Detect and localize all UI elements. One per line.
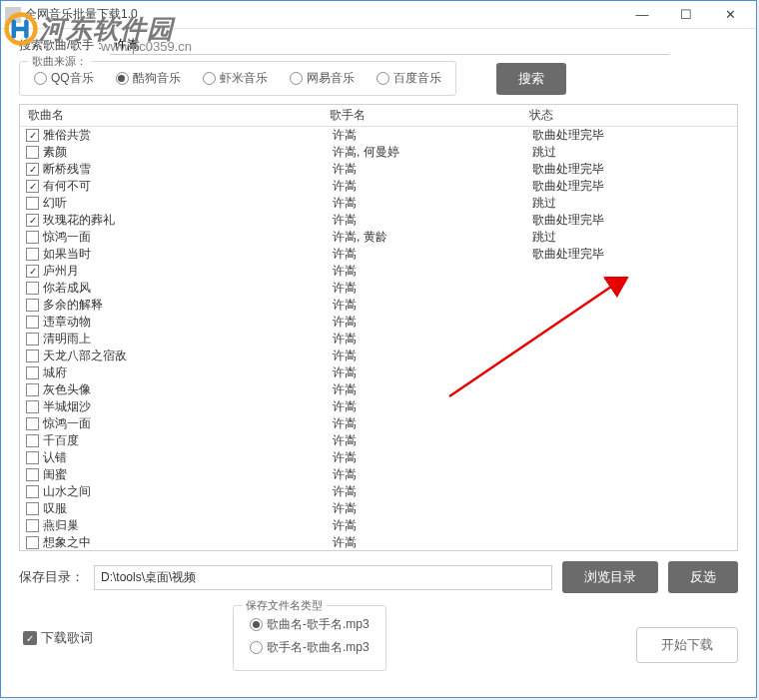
cell-singer: 许嵩 — [333, 534, 532, 551]
cell-name: 多余的解释 — [43, 297, 333, 314]
radio-icon — [34, 72, 47, 85]
column-status: 状态 — [529, 107, 737, 124]
row-checkbox[interactable] — [26, 434, 39, 447]
cell-name: 天龙八部之宿敌 — [43, 348, 333, 364]
source-label: 歌曲来源： — [28, 54, 91, 69]
cell-name: 认错 — [43, 449, 333, 466]
row-checkbox[interactable] — [26, 197, 39, 210]
row-checkbox[interactable] — [26, 146, 39, 159]
table-row[interactable]: 如果当时许嵩歌曲处理完毕 — [20, 246, 737, 263]
source-radio-4[interactable]: 百度音乐 — [377, 70, 441, 87]
cell-name: 燕归巢 — [43, 517, 333, 534]
search-button[interactable]: 搜索 — [496, 63, 566, 95]
cell-singer: 许嵩 — [333, 178, 532, 195]
cell-status: 歌曲处理完毕 — [532, 161, 737, 178]
source-radio-2[interactable]: 虾米音乐 — [203, 70, 268, 87]
table-row[interactable]: 惊鸿一面许嵩 — [20, 415, 737, 432]
table-row[interactable]: 断桥残雪许嵩歌曲处理完毕 — [20, 161, 737, 178]
radio-icon — [290, 72, 303, 85]
start-download-button[interactable]: 开始下载 — [636, 627, 738, 663]
table-row[interactable]: 叹服许嵩 — [20, 500, 737, 517]
table-row[interactable]: 你若成风许嵩 — [20, 280, 737, 297]
cell-status: 跳过 — [532, 144, 737, 161]
radio-icon — [250, 618, 263, 631]
cell-status: 歌曲处理完毕 — [532, 246, 737, 263]
cell-singer: 许嵩 — [333, 432, 532, 449]
invert-button[interactable]: 反选 — [668, 561, 738, 593]
filename-radio-0[interactable]: 歌曲名-歌手名.mp3 — [250, 616, 370, 633]
results-table: 歌曲名 歌手名 状态 雅俗共赏许嵩歌曲处理完毕素颜许嵩, 何曼婷跳过断桥残雪许嵩… — [19, 104, 738, 551]
table-body[interactable]: 雅俗共赏许嵩歌曲处理完毕素颜许嵩, 何曼婷跳过断桥残雪许嵩歌曲处理完毕有何不可许… — [20, 127, 737, 551]
cell-name: 庐州月 — [43, 263, 333, 280]
table-row[interactable]: 多余的解释许嵩 — [20, 297, 737, 314]
row-checkbox[interactable] — [26, 248, 39, 261]
table-row[interactable]: 山水之间许嵩 — [20, 483, 737, 500]
source-radio-0[interactable]: QQ音乐 — [34, 70, 94, 87]
row-checkbox[interactable] — [26, 366, 39, 379]
table-row[interactable]: 千百度许嵩 — [20, 432, 737, 449]
radio-icon — [203, 72, 216, 85]
cell-singer: 许嵩 — [333, 500, 532, 517]
table-row[interactable]: 惊鸿一面许嵩, 黄龄跳过 — [20, 229, 737, 246]
search-input[interactable] — [110, 35, 669, 55]
download-lyrics-checkbox[interactable]: 下载歌词 — [23, 629, 93, 647]
table-row[interactable]: 认错许嵩 — [20, 449, 737, 466]
radio-icon — [250, 641, 263, 654]
filename-radio-1[interactable]: 歌手名-歌曲名.mp3 — [250, 639, 370, 656]
search-label: 搜索歌曲/歌手： — [19, 37, 106, 54]
source-radio-1[interactable]: 酷狗音乐 — [116, 70, 181, 87]
row-checkbox[interactable] — [26, 502, 39, 515]
cell-name: 闺蜜 — [43, 466, 333, 483]
cell-singer: 许嵩 — [333, 212, 532, 229]
table-row[interactable]: 违章动物许嵩 — [20, 314, 737, 331]
cell-status: 歌曲处理完毕 — [532, 212, 737, 229]
table-row[interactable]: 燕归巢许嵩 — [20, 517, 737, 534]
table-row[interactable]: 想象之中许嵩 — [20, 534, 737, 551]
source-radio-3[interactable]: 网易音乐 — [290, 70, 355, 87]
table-row[interactable]: 有何不可许嵩歌曲处理完毕 — [20, 178, 737, 195]
row-checkbox[interactable] — [26, 265, 39, 278]
row-checkbox[interactable] — [26, 383, 39, 396]
table-row[interactable]: 雅俗共赏许嵩歌曲处理完毕 — [20, 127, 737, 144]
cell-status: 歌曲处理完毕 — [532, 127, 737, 144]
row-checkbox[interactable] — [26, 231, 39, 244]
table-row[interactable]: 城府许嵩 — [20, 364, 737, 381]
cell-singer: 许嵩, 黄龄 — [333, 229, 532, 246]
table-row[interactable]: 闺蜜许嵩 — [20, 466, 737, 483]
row-checkbox[interactable] — [26, 519, 39, 532]
table-row[interactable]: 玫瑰花的葬礼许嵩歌曲处理完毕 — [20, 212, 737, 229]
browse-button[interactable]: 浏览目录 — [562, 561, 658, 593]
row-checkbox[interactable] — [26, 333, 39, 346]
row-checkbox[interactable] — [26, 536, 39, 549]
row-checkbox[interactable] — [26, 451, 39, 464]
cell-name: 雅俗共赏 — [43, 127, 333, 144]
minimize-button[interactable]: — — [620, 2, 664, 28]
table-row[interactable]: 半城烟沙许嵩 — [20, 398, 737, 415]
row-checkbox[interactable] — [26, 485, 39, 498]
row-checkbox[interactable] — [26, 299, 39, 312]
close-button[interactable]: ✕ — [708, 2, 752, 28]
source-groupbox: 歌曲来源： QQ音乐酷狗音乐虾米音乐网易音乐百度音乐 — [19, 61, 456, 96]
table-row[interactable]: 天龙八部之宿敌许嵩 — [20, 348, 737, 364]
row-checkbox[interactable] — [26, 468, 39, 481]
app-icon — [5, 7, 21, 23]
row-checkbox[interactable] — [26, 417, 39, 430]
table-row[interactable]: 灰色头像许嵩 — [20, 381, 737, 398]
row-checkbox[interactable] — [26, 350, 39, 362]
row-checkbox[interactable] — [26, 180, 39, 193]
save-path-input[interactable]: D:\tools\桌面\视频 — [94, 565, 552, 590]
logo-url: www.pc0359.cn — [101, 39, 192, 54]
row-checkbox[interactable] — [26, 163, 39, 176]
table-row[interactable]: 庐州月许嵩 — [20, 263, 737, 280]
maximize-button[interactable]: ☐ — [664, 2, 708, 28]
table-row[interactable]: 素颜许嵩, 何曼婷跳过 — [20, 144, 737, 161]
cell-name: 惊鸿一面 — [43, 415, 333, 432]
table-row[interactable]: 清明雨上许嵩 — [20, 331, 737, 348]
row-checkbox[interactable] — [26, 214, 39, 227]
row-checkbox[interactable] — [26, 400, 39, 413]
table-row[interactable]: 幻听许嵩跳过 — [20, 195, 737, 212]
row-checkbox[interactable] — [26, 282, 39, 295]
cell-name: 惊鸿一面 — [43, 229, 333, 246]
row-checkbox[interactable] — [26, 316, 39, 329]
row-checkbox[interactable] — [26, 129, 39, 142]
